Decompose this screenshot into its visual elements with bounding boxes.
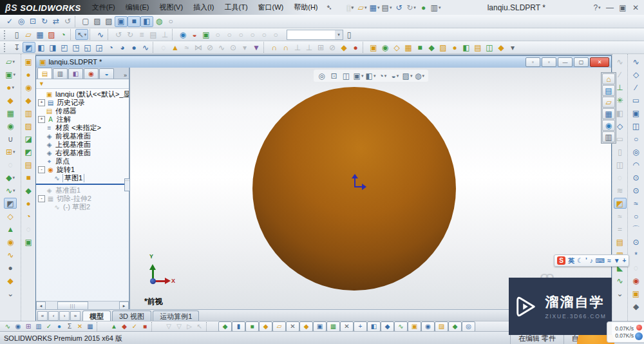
menu-window[interactable]: 窗口(W) [254,1,289,14]
separator[interactable] [151,322,162,331]
app-restore-button[interactable]: ▣ [617,2,629,13]
publish-edrawing-icon[interactable]: ▨ [46,29,57,40]
hidden-lines-removed-icon[interactable]: ▧ [103,16,115,27]
rib-icon[interactable]: ◩ [23,146,34,157]
tab-motion-study-1[interactable]: 运动算例1 [153,311,199,321]
line-entity-icon[interactable]: ∕ [630,82,642,93]
filter-disabled-icon[interactable]: ↖ [194,322,205,331]
tree-item-part[interactable]: ▣ lanqiu (默认<<默认>_显示状 [36,90,129,99]
feature-disabled-icon[interactable]: ∿ [216,42,227,53]
tab-model[interactable]: 模型 [82,311,111,321]
open-document-icon[interactable]: ▱▾ [357,2,368,13]
configuration-combobox[interactable]: ▾ [287,30,343,40]
pan-view-icon[interactable]: ⇄ [50,16,62,27]
options-icon[interactable]: ▥▾ [430,2,442,13]
cut-tool-icon[interactable]: ✕ [75,322,85,331]
spline-entity-icon[interactable]: ≈ [630,198,642,209]
sketch-tool-disabled-icon[interactable]: = [614,224,626,234]
tree-item-top-plane[interactable]: ◈ 上视基准面 [36,140,129,149]
menu-file[interactable]: 文件(F) [88,1,120,14]
magnet-tool-icon[interactable]: ∪ [5,133,16,144]
tree-item-front-plane[interactable]: ◈ 前视基准面 [36,132,129,140]
constraint-disabled-icon[interactable]: ⊥ [292,42,303,53]
feature-disabled-icon[interactable]: ≈ [181,42,193,53]
more-chevron-icon[interactable]: ⌄ [614,288,626,299]
expand-toggle-icon[interactable]: - [38,166,45,173]
tool-icon[interactable]: ▲ [5,224,16,234]
menu-view[interactable]: 视图(V) [155,1,187,14]
slot-entity-icon[interactable]: ▣ [630,108,642,119]
trimetric-view-icon[interactable]: ◕ [117,42,128,53]
tool-icon[interactable]: ◆ [5,275,16,286]
sketch-tool-disabled-icon[interactable]: ◌ [614,172,626,183]
display-style-icon[interactable]: ◧▾ [365,70,377,81]
shadows-icon[interactable]: ○ [165,16,176,27]
edit-appearance-icon[interactable]: ◒▾ [390,70,401,81]
rollback-bar[interactable]: ··· [36,183,129,186]
undo-icon[interactable]: ↺ [393,2,405,13]
point-entity-icon[interactable]: ◇ [630,69,642,80]
sketch-tool-disabled-icon[interactable]: ▯ [614,146,626,157]
ime-handwriting-icon[interactable]: ≈ [607,257,611,264]
tree-item-annotations[interactable]: + A 注解 [36,115,129,124]
tree-item-sketch1[interactable]: ∿ 草图1 [36,174,129,182]
sketch-tool-disabled-icon[interactable]: ≋ [614,185,626,196]
surface-tool-icon[interactable]: ▱▾ [5,56,16,67]
tool-icon[interactable]: ◉ [5,236,16,247]
perspective-icon[interactable]: ◧ [140,16,153,27]
tree-item-cut-extrude2[interactable]: - ▦ 切除-拉伸2 [36,195,129,203]
separator[interactable] [363,42,366,53]
zoom-to-area-icon[interactable]: ⊡ [328,70,340,81]
separator[interactable] [153,42,156,53]
polygon-entity-icon[interactable]: ⊙ [630,185,642,196]
selection-filter-icon[interactable]: ∿ [394,321,408,332]
toolbar-grip[interactable] [4,43,8,52]
macro-tool-icon[interactable]: ∿ [3,322,13,331]
arc-entity-icon[interactable]: ⊙ [630,172,642,183]
spline-entity-icon[interactable]: ∿ [630,56,642,67]
featuremanager-tab[interactable]: ▤ [37,68,52,79]
network-speed-widget[interactable]: 0.07K/s 0.07K/s [607,321,644,343]
check-tool-icon[interactable]: ✓ [129,322,140,331]
ime-moon-icon[interactable]: ☾ [577,257,583,264]
isometric-view-icon[interactable]: ◩ [23,42,35,53]
zoom-to-fit-icon[interactable]: ◎ [316,70,328,81]
separator[interactable] [108,29,111,40]
sketch-tool-disabled-icon[interactable]: ∿ [614,56,626,67]
extrude-boss-icon[interactable]: ▣ [23,56,34,67]
more-caret-icon[interactable]: ▾ [507,42,518,53]
feature-disabled-icon[interactable]: ⋈ [193,42,204,53]
selection-filter-icon[interactable]: ◆ [218,321,232,332]
previous-view-icon[interactable]: ↺ [62,16,73,27]
tree-item-history[interactable]: + ▤ 历史记录 [36,99,129,107]
dome-icon[interactable]: ● [23,198,34,209]
feature-tool-icon[interactable]: ◇ [391,42,402,53]
selection-filter-icon[interactable]: ◧ [367,321,381,332]
mirror-icon[interactable]: ◔ [23,211,34,222]
lock-icon[interactable]: ∩ [280,42,292,53]
selection-filter-icon[interactable]: ◉ [421,321,435,332]
filter-disabled-icon[interactable]: ▷ [184,322,194,331]
left-view-icon[interactable]: ◰ [59,42,70,53]
table-tool-icon[interactable]: ▦ [85,322,95,331]
fillet-icon[interactable]: ▨ [23,120,34,131]
front-view-icon[interactable]: ◧ [35,42,47,53]
section-disabled-icon[interactable]: ▤ [147,29,159,40]
feature-disabled-icon[interactable]: ⊘ [204,42,216,53]
tab-scroll-last[interactable]: » [70,311,80,321]
boundary-icon[interactable]: ▣ [23,236,34,247]
shaded-with-edges-icon[interactable]: ▣ [115,16,128,27]
expand-toggle-icon[interactable]: - [38,195,45,202]
document-title-bar[interactable]: ▣ lanqiu.SLDPRT * ▫▫—▢✕ [36,56,611,68]
tool-icon[interactable]: ∿ [5,249,16,260]
circle-entity-icon[interactable]: ◎ [630,146,642,157]
ime-quote-icon[interactable]: ’ [585,257,587,264]
doc-window-button[interactable]: ▫ [526,57,540,67]
selection-filter-icon[interactable]: ✕ [340,321,354,332]
camera-tool-icon[interactable]: ◉ [630,275,642,286]
graphics-viewport[interactable]: oo ◎⊡◫▣▾◧▾◔▾◒▾▨▾◍▾ Y X *前视 [130,68,611,310]
render-option-icon[interactable]: ○ [258,29,270,40]
macro-tool-icon[interactable]: ⊞ [23,322,33,331]
menu-tools[interactable]: 工具(T) [220,1,252,14]
doc-restore-button[interactable]: ▢ [574,57,589,67]
